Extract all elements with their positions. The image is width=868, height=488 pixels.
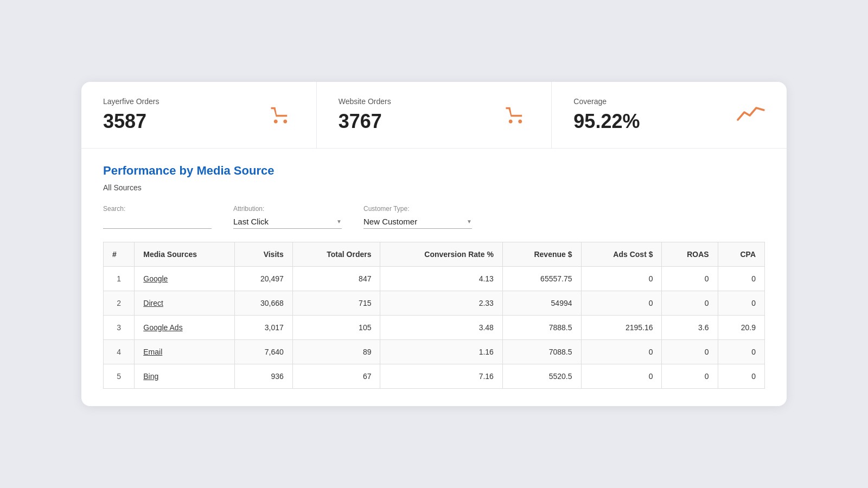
cell-num: 2 (104, 291, 135, 316)
kpi-website-label: Website Orders (339, 97, 391, 106)
cell-revenue: 65557.75 (502, 267, 581, 291)
filters-row: Search: Attribution: Last Click ▼ Custom… (103, 205, 765, 229)
table-row: 2 Direct 30,668 715 2.33 54994 0 0 0 (104, 291, 765, 316)
cell-total-orders: 105 (292, 316, 380, 340)
trend-icon (737, 102, 765, 127)
kpi-layerfive-value: 3587 (103, 110, 159, 133)
cell-conv-rate: 1.16 (380, 340, 502, 364)
performance-section: Performance by Media Source All Sources … (81, 149, 787, 229)
cell-revenue: 54994 (502, 291, 581, 316)
cell-roas: 3.6 (662, 316, 718, 340)
col-total-orders: Total Orders (292, 242, 380, 267)
table-body: 1 Google 20,497 847 4.13 65557.75 0 0 0 … (104, 267, 765, 389)
cell-source: Google (135, 267, 235, 291)
cell-visits: 7,640 (235, 340, 292, 364)
performance-table: # Media Sources Visits Total Orders Conv… (103, 242, 765, 389)
cell-ads-cost: 2195.16 (581, 316, 662, 340)
col-revenue: Revenue $ (502, 242, 581, 267)
cart-icon-layerfive (266, 102, 295, 127)
customer-type-label: Customer Type: (363, 205, 472, 213)
cell-cpa: 20.9 (718, 316, 764, 340)
cell-roas: 0 (662, 291, 718, 316)
col-num: # (104, 242, 135, 267)
cell-total-orders: 847 (292, 267, 380, 291)
cell-ads-cost: 0 (581, 267, 662, 291)
media-source-link[interactable]: Google Ads (143, 323, 182, 332)
table-row: 4 Email 7,640 89 1.16 7088.5 0 0 0 (104, 340, 765, 364)
attribution-label: Attribution: (233, 205, 342, 213)
cell-cpa: 0 (718, 340, 764, 364)
cell-total-orders: 715 (292, 291, 380, 316)
media-source-link[interactable]: Google (143, 274, 168, 283)
cell-source: Google Ads (135, 316, 235, 340)
kpi-website-value: 3767 (339, 110, 391, 133)
cell-visits: 936 (235, 364, 292, 389)
media-source-link[interactable]: Bing (143, 372, 158, 381)
cell-cpa: 0 (718, 267, 764, 291)
table-header-row: # Media Sources Visits Total Orders Conv… (104, 242, 765, 267)
kpi-coverage-value: 95.22% (573, 110, 640, 133)
kpi-coverage-label: Coverage (573, 97, 640, 106)
cell-ads-cost: 0 (581, 364, 662, 389)
table-row: 5 Bing 936 67 7.16 5520.5 0 0 0 (104, 364, 765, 389)
media-source-link[interactable]: Direct (143, 299, 163, 307)
cell-conv-rate: 2.33 (380, 291, 502, 316)
cell-revenue: 7088.5 (502, 340, 581, 364)
col-media-sources: Media Sources (135, 242, 235, 267)
attribution-filter-group: Attribution: Last Click ▼ (233, 205, 342, 229)
kpi-website-orders: Website Orders 3767 (317, 82, 552, 148)
cell-cpa: 0 (718, 364, 764, 389)
cell-ads-cost: 0 (581, 291, 662, 316)
col-cpa: CPA (718, 242, 764, 267)
cell-num: 4 (104, 340, 135, 364)
cell-ads-cost: 0 (581, 340, 662, 364)
cell-conv-rate: 3.48 (380, 316, 502, 340)
cell-num: 1 (104, 267, 135, 291)
cell-source: Bing (135, 364, 235, 389)
table-row: 1 Google 20,497 847 4.13 65557.75 0 0 0 (104, 267, 765, 291)
cell-visits: 3,017 (235, 316, 292, 340)
attribution-select[interactable]: Last Click ▼ (233, 215, 342, 229)
attribution-value: Last Click (233, 217, 269, 226)
cell-num: 3 (104, 316, 135, 340)
performance-subtitle: All Sources (103, 183, 765, 192)
cell-roas: 0 (662, 340, 718, 364)
col-roas: ROAS (662, 242, 718, 267)
cell-revenue: 7888.5 (502, 316, 581, 340)
search-filter-group: Search: (103, 205, 212, 229)
cell-source: Direct (135, 291, 235, 316)
col-ads-cost: Ads Cost $ (581, 242, 662, 267)
cell-roas: 0 (662, 364, 718, 389)
table-wrap: # Media Sources Visits Total Orders Conv… (81, 242, 787, 406)
cell-conv-rate: 7.16 (380, 364, 502, 389)
cart-icon-website (501, 102, 529, 127)
kpi-layerfive-orders: Layerfive Orders 3587 (81, 82, 317, 148)
cell-num: 5 (104, 364, 135, 389)
customer-type-arrow-icon: ▼ (467, 219, 472, 224)
cell-revenue: 5520.5 (502, 364, 581, 389)
cell-cpa: 0 (718, 291, 764, 316)
col-visits: Visits (235, 242, 292, 267)
table-row: 3 Google Ads 3,017 105 3.48 7888.5 2195.… (104, 316, 765, 340)
performance-title: Performance by Media Source (103, 164, 765, 178)
col-conversion-rate: Conversion Rate % (380, 242, 502, 267)
cell-visits: 20,497 (235, 267, 292, 291)
search-label: Search: (103, 205, 212, 213)
cell-visits: 30,668 (235, 291, 292, 316)
cell-roas: 0 (662, 267, 718, 291)
customer-type-select[interactable]: New Customer ▼ (363, 215, 472, 229)
cell-total-orders: 67 (292, 364, 380, 389)
kpi-coverage: Coverage 95.22% (552, 82, 787, 148)
media-source-link[interactable]: Email (143, 348, 162, 356)
kpi-layerfive-label: Layerfive Orders (103, 97, 159, 106)
customer-type-value: New Customer (363, 217, 417, 226)
attribution-arrow-icon: ▼ (336, 219, 342, 224)
search-input[interactable] (103, 215, 212, 229)
customer-type-filter-group: Customer Type: New Customer ▼ (363, 205, 472, 229)
cell-conv-rate: 4.13 (380, 267, 502, 291)
main-card: Layerfive Orders 3587 Website Orders 376… (81, 82, 787, 406)
cell-source: Email (135, 340, 235, 364)
kpi-row: Layerfive Orders 3587 Website Orders 376… (81, 82, 787, 149)
cell-total-orders: 89 (292, 340, 380, 364)
